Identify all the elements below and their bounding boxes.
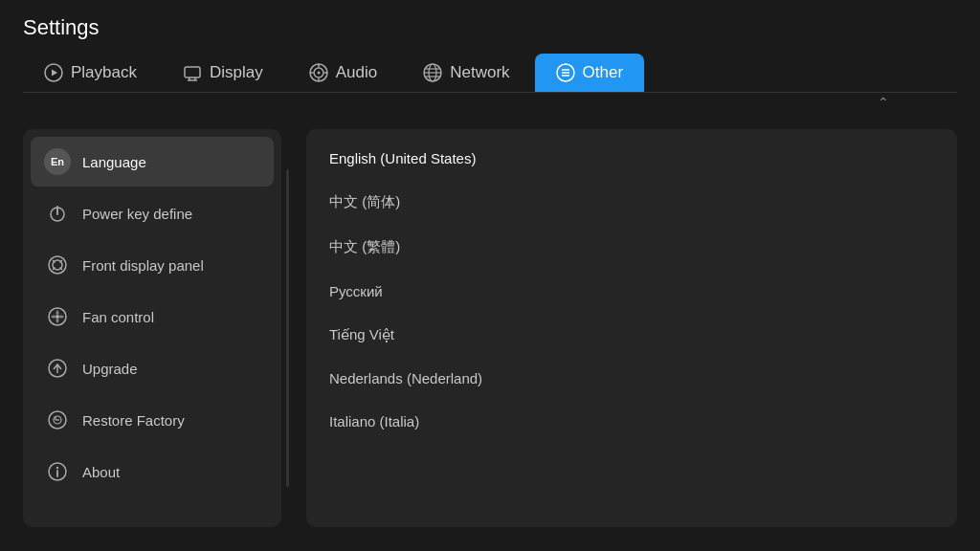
sidebar-item-language-label: Language xyxy=(82,154,146,170)
lang-option-vi-label: Tiếng Việt xyxy=(329,326,394,342)
about-icon xyxy=(44,458,71,485)
tab-other[interactable]: Other xyxy=(535,54,645,92)
sidebar-item-about[interactable]: About xyxy=(31,447,274,496)
sidebar-item-upgrade-label: Upgrade xyxy=(82,361,138,377)
playback-icon xyxy=(44,63,63,82)
svg-point-24 xyxy=(49,256,66,274)
sidebar-item-fan-label: Fan control xyxy=(82,309,154,325)
lang-option-nl[interactable]: Nederlands (Nederland) xyxy=(306,357,957,400)
lang-option-it[interactable]: Italiano (Italia) xyxy=(306,400,957,443)
lang-option-en-us[interactable]: English (United States) xyxy=(306,137,957,180)
page-title: Settings xyxy=(23,15,957,40)
sidebar-item-language[interactable]: En Language xyxy=(31,137,274,187)
front-display-icon xyxy=(44,252,71,278)
tab-other-label: Other xyxy=(583,63,624,82)
sidebar-item-front-display[interactable]: Front display panel xyxy=(31,240,274,290)
sidebar-item-restore-label: Restore Factory xyxy=(82,412,185,429)
restore-icon xyxy=(44,407,71,433)
settings-sidebar: En Language Power key define xyxy=(23,129,281,527)
sidebar-item-power-label: Power key define xyxy=(82,206,192,222)
sidebar-divider xyxy=(285,129,289,527)
tab-playback[interactable]: Playback xyxy=(23,54,158,92)
lang-option-en-us-label: English (United States) xyxy=(329,150,476,166)
settings-header: Settings Playback Display xyxy=(0,0,980,93)
svg-point-8 xyxy=(317,72,320,75)
chevron-up-icon: ⌃ xyxy=(878,95,889,110)
content-area: En Language Power key define xyxy=(0,110,980,546)
other-icon xyxy=(556,63,575,82)
lang-option-ru-label: Русский xyxy=(329,283,383,299)
lang-option-zh-cn-label: 中文 (简体) xyxy=(329,193,400,209)
tab-display-label: Display xyxy=(210,63,263,82)
tab-network-label: Network xyxy=(450,63,509,82)
lang-option-zh-tw[interactable]: 中文 (繁體) xyxy=(306,225,957,270)
sidebar-item-fan-control[interactable]: Fan control xyxy=(31,292,274,342)
language-panel: English (United States) 中文 (简体) 中文 (繁體) … xyxy=(306,129,957,527)
tab-bar: Playback Display xyxy=(23,54,957,93)
svg-marker-1 xyxy=(52,70,57,77)
audio-icon xyxy=(309,63,328,82)
upgrade-icon xyxy=(44,355,71,382)
lang-option-vi[interactable]: Tiếng Việt xyxy=(306,313,957,357)
sidebar-item-restore-factory[interactable]: Restore Factory xyxy=(31,395,274,445)
tab-display[interactable]: Display xyxy=(162,54,284,92)
sidebar-item-front-display-label: Front display panel xyxy=(82,257,204,274)
sidebar-item-power-key[interactable]: Power key define xyxy=(31,188,274,238)
tab-playback-label: Playback xyxy=(71,63,137,82)
tab-network[interactable]: Network xyxy=(402,54,530,92)
sidebar-item-about-label: About xyxy=(82,464,120,480)
lang-option-zh-cn[interactable]: 中文 (简体) xyxy=(306,180,957,225)
lang-option-it-label: Italiano (Italia) xyxy=(329,413,419,430)
svg-point-40 xyxy=(56,467,58,469)
lang-option-ru[interactable]: Русский xyxy=(306,270,957,313)
svg-rect-2 xyxy=(185,67,200,77)
fan-icon xyxy=(44,303,71,330)
sidebar-item-upgrade[interactable]: Upgrade xyxy=(31,343,274,393)
tab-indicator: ⌃ xyxy=(0,95,980,110)
svg-point-31 xyxy=(56,315,59,319)
display-icon xyxy=(183,63,202,82)
tab-audio[interactable]: Audio xyxy=(288,54,398,92)
network-icon xyxy=(423,63,442,82)
lang-option-zh-tw-label: 中文 (繁體) xyxy=(329,238,400,254)
power-icon xyxy=(44,200,71,227)
tab-audio-label: Audio xyxy=(336,63,377,82)
lang-option-nl-label: Nederlands (Nederland) xyxy=(329,370,482,386)
language-icon: En xyxy=(44,148,71,175)
